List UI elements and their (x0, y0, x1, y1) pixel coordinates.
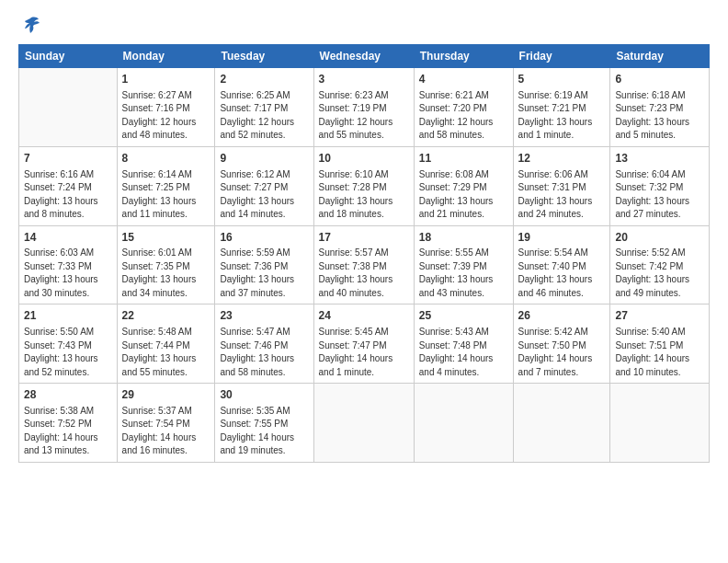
day-info: Sunrise: 5:48 AM Sunset: 7:44 PM Dayligh… (122, 326, 210, 379)
day-number: 24 (319, 308, 409, 324)
header (18, 15, 710, 35)
calendar-cell: 29Sunrise: 5:37 AM Sunset: 7:54 PM Dayli… (117, 384, 215, 463)
day-info: Sunrise: 5:59 AM Sunset: 7:36 PM Dayligh… (220, 247, 308, 300)
day-info: Sunrise: 6:21 AM Sunset: 7:20 PM Dayligh… (419, 89, 508, 143)
day-number: 9 (220, 151, 308, 167)
calendar-cell: 11Sunrise: 6:08 AM Sunset: 7:29 PM Dayli… (414, 146, 513, 225)
weekday-header-thursday: Thursday (414, 45, 513, 68)
day-number: 27 (615, 308, 704, 324)
day-number: 30 (220, 387, 308, 403)
page: SundayMondayTuesdayWednesdayThursdayFrid… (0, 0, 728, 563)
calendar-cell: 8Sunrise: 6:14 AM Sunset: 7:25 PM Daylig… (117, 146, 215, 225)
calendar-table: SundayMondayTuesdayWednesdayThursdayFrid… (18, 44, 710, 463)
calendar-week-5: 28Sunrise: 5:38 AM Sunset: 7:52 PM Dayli… (19, 384, 710, 463)
calendar-cell: 3Sunrise: 6:23 AM Sunset: 7:19 PM Daylig… (313, 68, 414, 147)
day-number: 7 (24, 151, 112, 167)
day-number: 29 (122, 387, 210, 403)
day-info: Sunrise: 5:42 AM Sunset: 7:50 PM Dayligh… (518, 326, 606, 379)
day-number: 22 (122, 308, 210, 324)
day-info: Sunrise: 6:16 AM Sunset: 7:24 PM Dayligh… (24, 168, 112, 222)
calendar-cell: 22Sunrise: 5:48 AM Sunset: 7:44 PM Dayli… (117, 304, 215, 384)
day-number: 2 (220, 72, 308, 87)
day-info: Sunrise: 5:43 AM Sunset: 7:48 PM Dayligh… (419, 326, 508, 379)
calendar-week-4: 21Sunrise: 5:50 AM Sunset: 7:43 PM Dayli… (19, 304, 710, 384)
calendar-cell: 30Sunrise: 5:35 AM Sunset: 7:55 PM Dayli… (215, 384, 313, 463)
day-number: 26 (518, 308, 606, 324)
day-number: 3 (319, 72, 409, 87)
weekday-header-sunday: Sunday (19, 45, 118, 68)
calendar-cell: 25Sunrise: 5:43 AM Sunset: 7:48 PM Dayli… (414, 304, 513, 384)
day-info: Sunrise: 5:38 AM Sunset: 7:52 PM Dayligh… (24, 405, 112, 458)
calendar-cell: 6Sunrise: 6:18 AM Sunset: 7:23 PM Daylig… (610, 68, 710, 147)
calendar-cell (414, 384, 513, 463)
day-info: Sunrise: 5:57 AM Sunset: 7:38 PM Dayligh… (319, 247, 409, 300)
calendar-cell: 1Sunrise: 6:27 AM Sunset: 7:16 PM Daylig… (117, 68, 215, 147)
day-number: 18 (419, 230, 508, 246)
day-info: Sunrise: 6:06 AM Sunset: 7:31 PM Dayligh… (518, 168, 606, 222)
day-info: Sunrise: 6:25 AM Sunset: 7:17 PM Dayligh… (220, 89, 308, 143)
calendar-cell: 19Sunrise: 5:54 AM Sunset: 7:40 PM Dayli… (513, 225, 610, 304)
calendar-header: SundayMondayTuesdayWednesdayThursdayFrid… (19, 45, 710, 68)
day-number: 17 (319, 230, 409, 246)
day-number: 1 (122, 72, 210, 87)
weekday-header-saturday: Saturday (610, 45, 710, 68)
day-info: Sunrise: 6:27 AM Sunset: 7:16 PM Dayligh… (122, 89, 210, 143)
day-info: Sunrise: 5:52 AM Sunset: 7:42 PM Dayligh… (615, 247, 704, 300)
weekday-header-friday: Friday (513, 45, 610, 68)
day-number: 28 (24, 387, 112, 403)
calendar-cell: 15Sunrise: 6:01 AM Sunset: 7:35 PM Dayli… (117, 225, 215, 304)
weekday-header-monday: Monday (117, 45, 215, 68)
calendar-cell (19, 68, 118, 147)
calendar-cell: 10Sunrise: 6:10 AM Sunset: 7:28 PM Dayli… (313, 146, 414, 225)
day-number: 20 (615, 230, 704, 246)
weekday-header-tuesday: Tuesday (215, 45, 313, 68)
logo-bird-icon (20, 15, 40, 35)
day-number: 13 (615, 151, 704, 167)
calendar-cell: 28Sunrise: 5:38 AM Sunset: 7:52 PM Dayli… (19, 384, 118, 463)
calendar-cell: 14Sunrise: 6:03 AM Sunset: 7:33 PM Dayli… (19, 225, 118, 304)
day-number: 8 (122, 151, 210, 167)
calendar-cell: 2Sunrise: 6:25 AM Sunset: 7:17 PM Daylig… (215, 68, 313, 147)
calendar-cell: 4Sunrise: 6:21 AM Sunset: 7:20 PM Daylig… (414, 68, 513, 147)
day-info: Sunrise: 6:12 AM Sunset: 7:27 PM Dayligh… (220, 168, 308, 222)
day-info: Sunrise: 6:19 AM Sunset: 7:21 PM Dayligh… (518, 89, 606, 143)
calendar-cell: 16Sunrise: 5:59 AM Sunset: 7:36 PM Dayli… (215, 225, 313, 304)
day-number: 11 (419, 151, 508, 167)
day-info: Sunrise: 6:18 AM Sunset: 7:23 PM Dayligh… (615, 89, 704, 143)
day-number: 15 (122, 230, 210, 246)
day-info: Sunrise: 5:55 AM Sunset: 7:39 PM Dayligh… (419, 247, 508, 300)
day-number: 25 (419, 308, 508, 324)
calendar-cell: 17Sunrise: 5:57 AM Sunset: 7:38 PM Dayli… (313, 225, 414, 304)
calendar-week-3: 14Sunrise: 6:03 AM Sunset: 7:33 PM Dayli… (19, 225, 710, 304)
day-info: Sunrise: 6:23 AM Sunset: 7:19 PM Dayligh… (319, 89, 409, 143)
calendar-week-2: 7Sunrise: 6:16 AM Sunset: 7:24 PM Daylig… (19, 146, 710, 225)
logo (18, 15, 40, 35)
day-number: 23 (220, 308, 308, 324)
day-info: Sunrise: 5:54 AM Sunset: 7:40 PM Dayligh… (518, 247, 606, 300)
day-number: 5 (518, 72, 606, 87)
day-info: Sunrise: 6:03 AM Sunset: 7:33 PM Dayligh… (24, 247, 112, 300)
day-info: Sunrise: 5:37 AM Sunset: 7:54 PM Dayligh… (122, 405, 210, 458)
day-number: 10 (319, 151, 409, 167)
calendar-cell: 9Sunrise: 6:12 AM Sunset: 7:27 PM Daylig… (215, 146, 313, 225)
day-number: 19 (518, 230, 606, 246)
day-number: 12 (518, 151, 606, 167)
calendar-body: 1Sunrise: 6:27 AM Sunset: 7:16 PM Daylig… (19, 68, 710, 463)
calendar-week-1: 1Sunrise: 6:27 AM Sunset: 7:16 PM Daylig… (19, 68, 710, 147)
day-number: 16 (220, 230, 308, 246)
day-number: 6 (615, 72, 704, 87)
day-number: 21 (24, 308, 112, 324)
day-info: Sunrise: 6:04 AM Sunset: 7:32 PM Dayligh… (615, 168, 704, 222)
calendar-cell: 18Sunrise: 5:55 AM Sunset: 7:39 PM Dayli… (414, 225, 513, 304)
calendar-cell: 26Sunrise: 5:42 AM Sunset: 7:50 PM Dayli… (513, 304, 610, 384)
day-info: Sunrise: 5:40 AM Sunset: 7:51 PM Dayligh… (615, 326, 704, 379)
calendar-cell: 20Sunrise: 5:52 AM Sunset: 7:42 PM Dayli… (610, 225, 710, 304)
calendar-cell (610, 384, 710, 463)
day-info: Sunrise: 6:10 AM Sunset: 7:28 PM Dayligh… (319, 168, 409, 222)
day-number: 14 (24, 230, 112, 246)
weekday-header-row: SundayMondayTuesdayWednesdayThursdayFrid… (19, 45, 710, 68)
calendar-cell: 27Sunrise: 5:40 AM Sunset: 7:51 PM Dayli… (610, 304, 710, 384)
calendar-cell: 21Sunrise: 5:50 AM Sunset: 7:43 PM Dayli… (19, 304, 118, 384)
day-info: Sunrise: 5:50 AM Sunset: 7:43 PM Dayligh… (24, 326, 112, 379)
day-info: Sunrise: 6:14 AM Sunset: 7:25 PM Dayligh… (122, 168, 210, 222)
